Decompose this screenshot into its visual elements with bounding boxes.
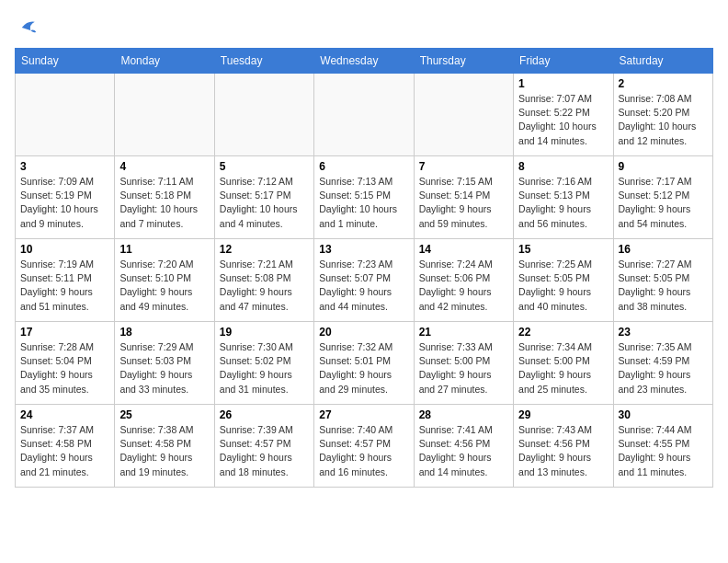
day-number: 7 xyxy=(419,160,508,173)
day-detail: Sunrise: 7:37 AM Sunset: 4:58 PM Dayligh… xyxy=(20,423,109,479)
calendar-cell: 30Sunrise: 7:44 AM Sunset: 4:55 PM Dayli… xyxy=(613,405,712,488)
day-number: 23 xyxy=(619,326,708,339)
day-number: 28 xyxy=(419,408,508,421)
day-detail: Sunrise: 7:43 AM Sunset: 4:56 PM Dayligh… xyxy=(518,423,608,479)
column-header-wednesday: Wednesday xyxy=(314,49,414,74)
day-number: 20 xyxy=(319,326,408,339)
calendar-cell: 3Sunrise: 7:09 AM Sunset: 5:19 PM Daylig… xyxy=(16,156,115,239)
calendar-cell: 9Sunrise: 7:17 AM Sunset: 5:12 PM Daylig… xyxy=(613,156,712,239)
column-header-monday: Monday xyxy=(115,49,214,74)
day-number: 18 xyxy=(119,326,209,339)
day-number: 12 xyxy=(220,243,309,256)
calendar-cell: 27Sunrise: 7:40 AM Sunset: 4:57 PM Dayli… xyxy=(314,405,414,488)
day-detail: Sunrise: 7:34 AM Sunset: 5:00 PM Dayligh… xyxy=(518,340,608,396)
calendar-cell xyxy=(314,74,414,156)
day-number: 2 xyxy=(619,77,708,90)
day-detail: Sunrise: 7:39 AM Sunset: 4:57 PM Dayligh… xyxy=(220,423,309,479)
day-detail: Sunrise: 7:38 AM Sunset: 4:58 PM Dayligh… xyxy=(119,423,209,479)
day-detail: Sunrise: 7:35 AM Sunset: 4:59 PM Dayligh… xyxy=(619,340,708,396)
day-number: 1 xyxy=(518,77,608,90)
page-header xyxy=(15,15,713,40)
calendar-table: SundayMondayTuesdayWednesdayThursdayFrid… xyxy=(15,48,713,488)
calendar-cell: 4Sunrise: 7:11 AM Sunset: 5:18 PM Daylig… xyxy=(115,156,214,239)
day-detail: Sunrise: 7:41 AM Sunset: 4:56 PM Dayligh… xyxy=(419,423,508,479)
calendar-cell: 5Sunrise: 7:12 AM Sunset: 5:17 PM Daylig… xyxy=(214,156,313,239)
calendar-cell: 24Sunrise: 7:37 AM Sunset: 4:58 PM Dayli… xyxy=(16,405,115,488)
day-number: 17 xyxy=(20,326,109,339)
calendar-cell xyxy=(414,74,513,156)
calendar-cell: 25Sunrise: 7:38 AM Sunset: 4:58 PM Dayli… xyxy=(115,405,214,488)
day-detail: Sunrise: 7:12 AM Sunset: 5:17 PM Dayligh… xyxy=(220,175,309,231)
day-number: 11 xyxy=(119,243,209,256)
day-number: 25 xyxy=(119,408,209,421)
calendar-cell: 6Sunrise: 7:13 AM Sunset: 5:15 PM Daylig… xyxy=(314,156,414,239)
week-row-3: 10Sunrise: 7:19 AM Sunset: 5:11 PM Dayli… xyxy=(16,239,713,322)
day-detail: Sunrise: 7:09 AM Sunset: 5:19 PM Dayligh… xyxy=(20,175,109,231)
day-number: 9 xyxy=(619,160,708,173)
day-detail: Sunrise: 7:32 AM Sunset: 5:01 PM Dayligh… xyxy=(319,340,408,396)
day-detail: Sunrise: 7:23 AM Sunset: 5:07 PM Dayligh… xyxy=(319,258,408,314)
week-row-5: 24Sunrise: 7:37 AM Sunset: 4:58 PM Dayli… xyxy=(16,405,713,488)
calendar-cell: 29Sunrise: 7:43 AM Sunset: 4:56 PM Dayli… xyxy=(514,405,613,488)
calendar-cell: 14Sunrise: 7:24 AM Sunset: 5:06 PM Dayli… xyxy=(414,239,513,322)
calendar-cell: 2Sunrise: 7:08 AM Sunset: 5:20 PM Daylig… xyxy=(613,74,712,156)
calendar-cell: 7Sunrise: 7:15 AM Sunset: 5:14 PM Daylig… xyxy=(414,156,513,239)
calendar-cell: 12Sunrise: 7:21 AM Sunset: 5:08 PM Dayli… xyxy=(214,239,313,322)
calendar-cell: 23Sunrise: 7:35 AM Sunset: 4:59 PM Dayli… xyxy=(613,322,712,405)
day-number: 26 xyxy=(220,408,309,421)
day-number: 15 xyxy=(518,243,608,256)
day-detail: Sunrise: 7:44 AM Sunset: 4:55 PM Dayligh… xyxy=(619,423,708,479)
day-detail: Sunrise: 7:20 AM Sunset: 5:10 PM Dayligh… xyxy=(119,258,209,314)
day-detail: Sunrise: 7:24 AM Sunset: 5:06 PM Dayligh… xyxy=(419,258,508,314)
calendar-cell: 17Sunrise: 7:28 AM Sunset: 5:04 PM Dayli… xyxy=(16,322,115,405)
calendar-header-row: SundayMondayTuesdayWednesdayThursdayFrid… xyxy=(16,49,713,74)
day-detail: Sunrise: 7:07 AM Sunset: 5:22 PM Dayligh… xyxy=(518,92,608,148)
day-detail: Sunrise: 7:17 AM Sunset: 5:12 PM Dayligh… xyxy=(619,175,708,231)
day-number: 4 xyxy=(119,160,209,173)
day-number: 19 xyxy=(220,326,309,339)
day-detail: Sunrise: 7:08 AM Sunset: 5:20 PM Dayligh… xyxy=(619,92,708,148)
calendar-cell: 13Sunrise: 7:23 AM Sunset: 5:07 PM Dayli… xyxy=(314,239,414,322)
calendar-cell: 21Sunrise: 7:33 AM Sunset: 5:00 PM Dayli… xyxy=(414,322,513,405)
day-number: 30 xyxy=(619,408,708,421)
calendar-cell: 20Sunrise: 7:32 AM Sunset: 5:01 PM Dayli… xyxy=(314,322,414,405)
column-header-thursday: Thursday xyxy=(414,49,513,74)
column-header-sunday: Sunday xyxy=(16,49,115,74)
day-number: 14 xyxy=(419,243,508,256)
day-number: 13 xyxy=(319,243,408,256)
week-row-2: 3Sunrise: 7:09 AM Sunset: 5:19 PM Daylig… xyxy=(16,156,713,239)
day-number: 3 xyxy=(20,160,109,173)
logo xyxy=(15,15,44,40)
calendar-cell: 15Sunrise: 7:25 AM Sunset: 5:05 PM Dayli… xyxy=(514,239,613,322)
day-number: 10 xyxy=(20,243,109,256)
day-number: 5 xyxy=(220,160,309,173)
day-detail: Sunrise: 7:25 AM Sunset: 5:05 PM Dayligh… xyxy=(518,258,608,314)
column-header-friday: Friday xyxy=(514,49,613,74)
week-row-1: 1Sunrise: 7:07 AM Sunset: 5:22 PM Daylig… xyxy=(16,74,713,156)
calendar-cell: 8Sunrise: 7:16 AM Sunset: 5:13 PM Daylig… xyxy=(514,156,613,239)
calendar-cell xyxy=(214,74,313,156)
day-detail: Sunrise: 7:11 AM Sunset: 5:18 PM Dayligh… xyxy=(119,175,209,231)
calendar-cell: 22Sunrise: 7:34 AM Sunset: 5:00 PM Dayli… xyxy=(514,322,613,405)
calendar-cell xyxy=(16,74,115,156)
column-header-tuesday: Tuesday xyxy=(214,49,313,74)
day-detail: Sunrise: 7:27 AM Sunset: 5:05 PM Dayligh… xyxy=(619,258,708,314)
day-detail: Sunrise: 7:13 AM Sunset: 5:15 PM Dayligh… xyxy=(319,175,408,231)
calendar-cell: 10Sunrise: 7:19 AM Sunset: 5:11 PM Dayli… xyxy=(16,239,115,322)
calendar-cell: 28Sunrise: 7:41 AM Sunset: 4:56 PM Dayli… xyxy=(414,405,513,488)
day-detail: Sunrise: 7:19 AM Sunset: 5:11 PM Dayligh… xyxy=(20,258,109,314)
day-detail: Sunrise: 7:16 AM Sunset: 5:13 PM Dayligh… xyxy=(518,175,608,231)
day-detail: Sunrise: 7:21 AM Sunset: 5:08 PM Dayligh… xyxy=(220,258,309,314)
day-number: 22 xyxy=(518,326,608,339)
calendar-cell: 19Sunrise: 7:30 AM Sunset: 5:02 PM Dayli… xyxy=(214,322,313,405)
day-number: 6 xyxy=(319,160,408,173)
day-detail: Sunrise: 7:30 AM Sunset: 5:02 PM Dayligh… xyxy=(220,340,309,396)
calendar-cell xyxy=(115,74,214,156)
day-number: 24 xyxy=(20,408,109,421)
day-detail: Sunrise: 7:33 AM Sunset: 5:00 PM Dayligh… xyxy=(419,340,508,396)
week-row-4: 17Sunrise: 7:28 AM Sunset: 5:04 PM Dayli… xyxy=(16,322,713,405)
day-number: 21 xyxy=(419,326,508,339)
calendar-cell: 18Sunrise: 7:29 AM Sunset: 5:03 PM Dayli… xyxy=(115,322,214,405)
day-detail: Sunrise: 7:29 AM Sunset: 5:03 PM Dayligh… xyxy=(119,340,209,396)
day-number: 27 xyxy=(319,408,408,421)
